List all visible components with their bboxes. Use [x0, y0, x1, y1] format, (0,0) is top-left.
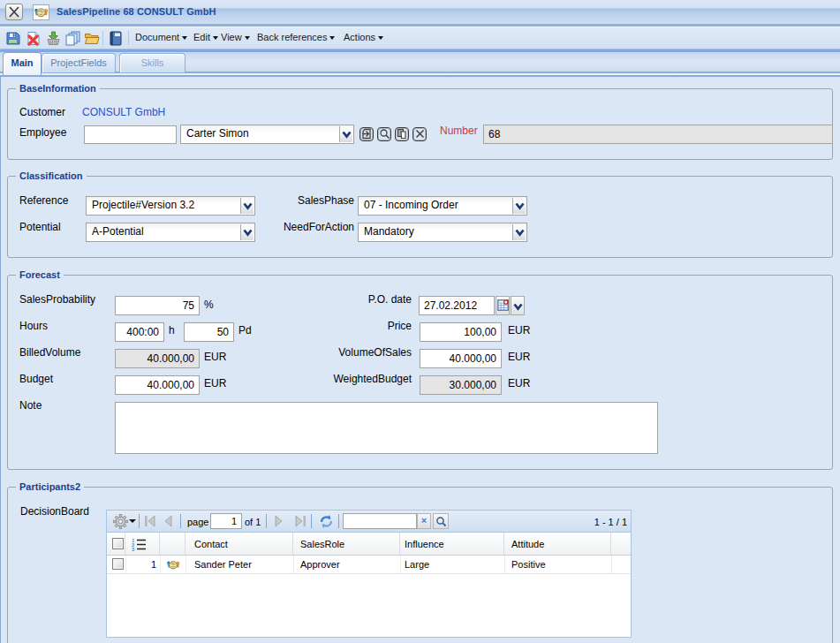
svg-text:3: 3	[132, 547, 135, 551]
